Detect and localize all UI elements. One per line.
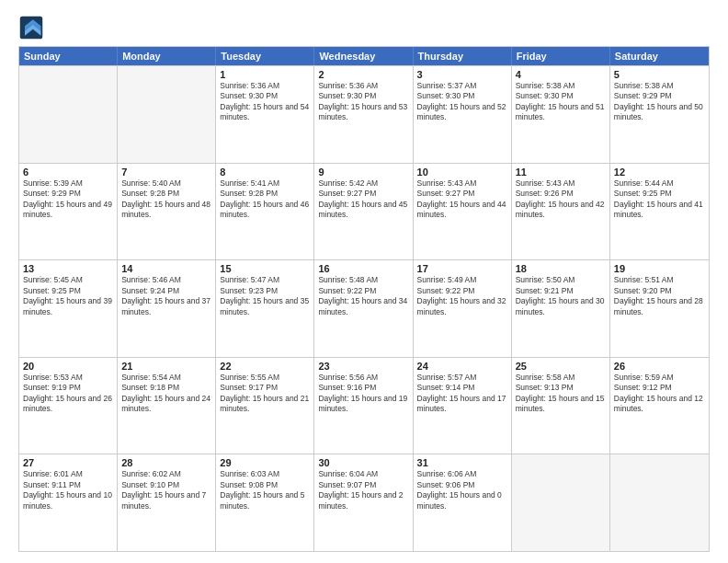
daylight-text: Daylight: 15 hours and 10 minutes. [23, 490, 112, 510]
sunrise-text: Sunrise: 5:36 AM [318, 81, 378, 90]
daylight-text: Daylight: 15 hours and 2 minutes. [318, 490, 403, 510]
table-row: 6Sunrise: 5:39 AMSunset: 9:29 PMDaylight… [19, 164, 118, 260]
sunset-text: Sunset: 9:23 PM [220, 286, 278, 295]
day-number: 7 [121, 167, 211, 178]
calendar: Sunday Monday Tuesday Wednesday Thursday… [18, 46, 710, 552]
header-thursday: Thursday [414, 47, 512, 65]
table-row: 8Sunrise: 5:41 AMSunset: 9:28 PMDaylight… [216, 164, 314, 260]
sunset-text: Sunset: 9:24 PM [121, 286, 179, 295]
day-info: Sunrise: 6:04 AMSunset: 9:07 PMDaylight:… [318, 469, 408, 511]
table-row: 25Sunrise: 5:58 AMSunset: 9:13 PMDayligh… [512, 358, 610, 454]
table-row: 7Sunrise: 5:40 AMSunset: 9:28 PMDaylight… [118, 164, 216, 260]
day-info: Sunrise: 5:50 AMSunset: 9:21 PMDaylight:… [516, 275, 606, 317]
table-row: 16Sunrise: 5:48 AMSunset: 9:22 PMDayligh… [314, 260, 413, 357]
daylight-text: Daylight: 15 hours and 26 minutes. [23, 394, 112, 413]
daylight-text: Daylight: 15 hours and 42 minutes. [516, 200, 605, 219]
daylight-text: Daylight: 15 hours and 15 minutes. [516, 394, 605, 413]
day-info: Sunrise: 5:41 AMSunset: 9:28 PMDaylight:… [220, 178, 310, 221]
table-row: 3Sunrise: 5:37 AMSunset: 9:30 PMDaylight… [414, 66, 512, 163]
day-info: Sunrise: 6:06 AMSunset: 9:06 PMDaylight:… [417, 469, 507, 511]
sunset-text: Sunset: 9:22 PM [417, 286, 475, 295]
day-info: Sunrise: 6:02 AMSunset: 9:10 PMDaylight:… [121, 469, 211, 511]
day-info: Sunrise: 5:48 AMSunset: 9:22 PMDaylight:… [318, 275, 408, 317]
sunset-text: Sunset: 9:22 PM [318, 286, 376, 295]
day-info: Sunrise: 5:44 AMSunset: 9:25 PMDaylight:… [614, 178, 705, 221]
sunrise-text: Sunrise: 5:46 AM [121, 275, 181, 284]
day-info: Sunrise: 5:47 AMSunset: 9:23 PMDaylight:… [220, 275, 310, 317]
day-number: 2 [318, 69, 408, 80]
day-info: Sunrise: 5:54 AMSunset: 9:18 PMDaylight:… [121, 373, 211, 415]
daylight-text: Daylight: 15 hours and 52 minutes. [417, 102, 506, 121]
calendar-row-3: 20Sunrise: 5:53 AMSunset: 9:19 PMDayligh… [19, 357, 709, 454]
sunrise-text: Sunrise: 6:01 AM [23, 469, 83, 478]
sunset-text: Sunset: 9:30 PM [220, 91, 278, 100]
daylight-text: Daylight: 15 hours and 53 minutes. [318, 102, 407, 121]
header-saturday: Saturday [610, 47, 709, 65]
daylight-text: Daylight: 15 hours and 32 minutes. [417, 296, 506, 316]
calendar-row-4: 27Sunrise: 6:01 AMSunset: 9:11 PMDayligh… [19, 454, 709, 551]
daylight-text: Daylight: 15 hours and 41 minutes. [614, 200, 703, 219]
sunset-text: Sunset: 9:12 PM [614, 383, 672, 392]
sunrise-text: Sunrise: 5:40 AM [121, 178, 181, 188]
day-info: Sunrise: 5:46 AMSunset: 9:24 PMDaylight:… [121, 275, 211, 317]
daylight-text: Daylight: 15 hours and 44 minutes. [417, 200, 506, 219]
day-number: 24 [417, 361, 507, 372]
day-number: 23 [318, 361, 408, 372]
sunset-text: Sunset: 9:30 PM [417, 91, 475, 100]
day-number: 18 [516, 263, 606, 274]
day-number: 9 [318, 167, 408, 178]
day-info: Sunrise: 5:56 AMSunset: 9:16 PMDaylight:… [318, 373, 408, 415]
daylight-text: Daylight: 15 hours and 0 minutes. [417, 490, 502, 510]
day-info: Sunrise: 5:58 AMSunset: 9:13 PMDaylight:… [516, 373, 606, 415]
sunrise-text: Sunrise: 5:57 AM [417, 373, 477, 382]
table-row: 14Sunrise: 5:46 AMSunset: 9:24 PMDayligh… [118, 260, 216, 357]
sunset-text: Sunset: 9:25 PM [23, 286, 81, 295]
day-info: Sunrise: 5:43 AMSunset: 9:26 PMDaylight:… [516, 178, 606, 221]
sunrise-text: Sunrise: 5:38 AM [614, 81, 674, 90]
calendar-body: 1Sunrise: 5:36 AMSunset: 9:30 PMDaylight… [19, 65, 709, 551]
table-row: 29Sunrise: 6:03 AMSunset: 9:08 PMDayligh… [216, 454, 314, 551]
sunrise-text: Sunrise: 5:56 AM [318, 373, 378, 382]
daylight-text: Daylight: 15 hours and 28 minutes. [614, 296, 703, 316]
table-row [610, 454, 709, 551]
sunrise-text: Sunrise: 6:03 AM [220, 469, 279, 478]
sunset-text: Sunset: 9:30 PM [318, 91, 376, 100]
day-number: 22 [220, 361, 310, 372]
daylight-text: Daylight: 15 hours and 48 minutes. [121, 200, 210, 219]
sunset-text: Sunset: 9:28 PM [220, 189, 278, 198]
sunrise-text: Sunrise: 5:45 AM [23, 275, 83, 284]
header-tuesday: Tuesday [216, 47, 314, 65]
daylight-text: Daylight: 15 hours and 37 minutes. [121, 296, 210, 316]
sunrise-text: Sunrise: 5:59 AM [614, 373, 674, 382]
day-number: 28 [121, 457, 211, 468]
day-number: 21 [121, 361, 211, 372]
sunset-text: Sunset: 9:25 PM [614, 189, 672, 198]
daylight-text: Daylight: 15 hours and 24 minutes. [121, 394, 210, 413]
table-row: 10Sunrise: 5:43 AMSunset: 9:27 PMDayligh… [414, 164, 512, 260]
table-row: 31Sunrise: 6:06 AMSunset: 9:06 PMDayligh… [414, 454, 512, 551]
day-number: 13 [23, 263, 113, 274]
day-info: Sunrise: 5:37 AMSunset: 9:30 PMDaylight:… [417, 81, 507, 123]
day-number: 8 [220, 167, 310, 178]
day-info: Sunrise: 5:36 AMSunset: 9:30 PMDaylight:… [220, 81, 310, 123]
table-row [118, 66, 216, 163]
sunrise-text: Sunrise: 5:55 AM [220, 373, 279, 382]
table-row: 18Sunrise: 5:50 AMSunset: 9:21 PMDayligh… [512, 260, 610, 357]
sunrise-text: Sunrise: 6:04 AM [318, 469, 378, 478]
sunrise-text: Sunrise: 5:48 AM [318, 275, 378, 284]
table-row: 19Sunrise: 5:51 AMSunset: 9:20 PMDayligh… [610, 260, 709, 357]
day-info: Sunrise: 5:59 AMSunset: 9:12 PMDaylight:… [614, 373, 705, 415]
sunrise-text: Sunrise: 5:54 AM [121, 373, 181, 382]
table-row [19, 66, 118, 163]
sunrise-text: Sunrise: 5:43 AM [516, 178, 575, 188]
sunrise-text: Sunrise: 5:58 AM [516, 373, 575, 382]
table-row: 12Sunrise: 5:44 AMSunset: 9:25 PMDayligh… [610, 164, 709, 260]
header-wednesday: Wednesday [314, 47, 413, 65]
sunset-text: Sunset: 9:29 PM [614, 91, 672, 100]
sunset-text: Sunset: 9:28 PM [121, 189, 179, 198]
table-row: 27Sunrise: 6:01 AMSunset: 9:11 PMDayligh… [19, 454, 118, 551]
day-info: Sunrise: 5:53 AMSunset: 9:19 PMDaylight:… [23, 373, 113, 415]
sunset-text: Sunset: 9:27 PM [318, 189, 376, 198]
table-row: 5Sunrise: 5:38 AMSunset: 9:29 PMDaylight… [610, 66, 709, 163]
daylight-text: Daylight: 15 hours and 34 minutes. [318, 296, 407, 316]
